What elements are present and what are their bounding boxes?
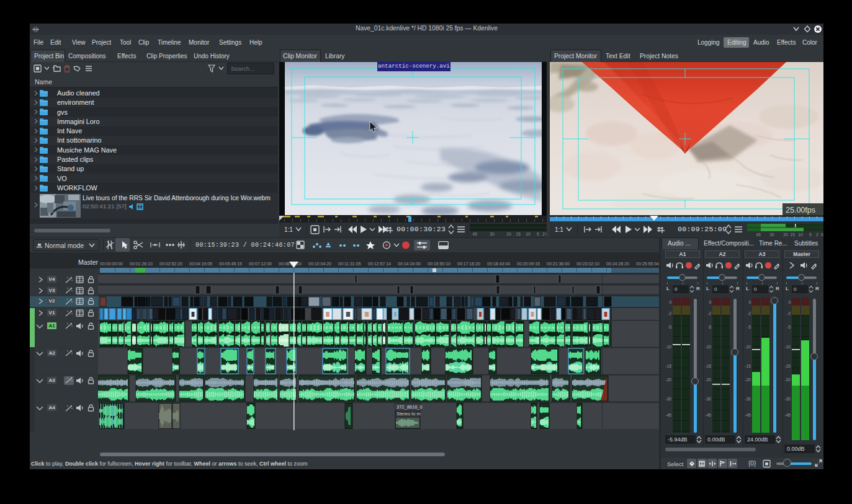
svg-text:10: 10 <box>798 232 803 237</box>
svg-text:2: 2 <box>816 232 818 237</box>
svg-text:2: 2 <box>542 232 545 236</box>
svg-text:30: 30 <box>490 232 495 236</box>
svg-text:5: 5 <box>537 232 539 236</box>
svg-text:Stereo to m: Stereo to m <box>397 411 421 417</box>
svg-text:0: 0 <box>545 232 547 236</box>
svg-text:0: 0 <box>821 232 823 237</box>
svg-text:372_8616_0: 372_8616_0 <box>397 404 423 410</box>
svg-text:{0}: {0} <box>748 460 756 467</box>
svg-text:15: 15 <box>516 232 521 236</box>
svg-text:20: 20 <box>783 232 788 237</box>
svg-text:45: 45 <box>756 232 761 237</box>
svg-text:25.00fps: 25.00fps <box>786 206 815 214</box>
svg-text:15: 15 <box>790 232 795 237</box>
svg-text:20: 20 <box>506 232 511 236</box>
svg-text:10: 10 <box>526 232 531 236</box>
svg-text:45: 45 <box>472 232 477 236</box>
svg-text:30: 30 <box>769 232 774 237</box>
svg-text:5: 5 <box>809 232 812 237</box>
